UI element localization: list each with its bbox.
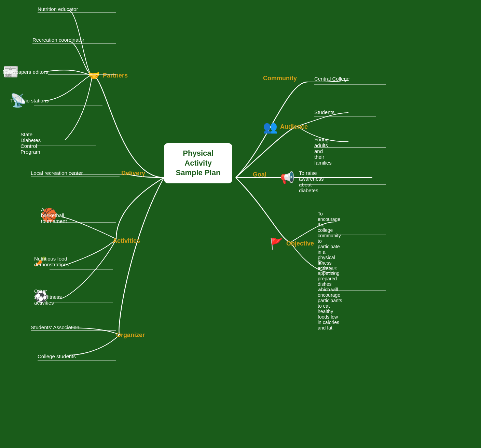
objective-node: 🚩 Objective [270,237,314,250]
state-diabetes-label: State Diabetes Control Program [20,131,41,155]
tv-radio-label: TV/radio stations [10,98,49,103]
recreation-coordinator-label: Recreation coordinator [32,37,84,43]
audience-node: 👥 Audience [263,120,308,134]
delivery-node: Delivery [121,169,145,177]
newspapers-label: Newspapers editors [3,69,48,75]
center-node: Physical Activity Sample Plan [164,143,232,183]
local-rec-label: Local recreation center [31,170,83,176]
activities-label: Activities [113,237,140,244]
goal-icon-wrap: 📢 [280,171,294,184]
goal-text: To raise awareness about diabetes [299,170,324,193]
goal-label: Goal [253,171,266,178]
organizer-node: Organizer [116,331,145,339]
students-assoc-label: Students' Association [31,324,79,330]
objective-label: Objective [286,240,314,248]
organizer-label: Organizer [116,332,145,338]
objective2-label: To introduce appetizing prepared dishes … [318,260,342,331]
activities-node: Activities [113,237,140,245]
central-college-label: Central College [314,76,349,82]
partners-node: 🤝 Partners [88,70,128,81]
newspapers-node: 📰 Newspapers editors [3,64,19,79]
nutritious-label: Nutritious food demonstrations [34,256,69,267]
center-label: Physical Activity Sample Plan [176,149,221,177]
audience-label: Audience [280,123,308,131]
partners-label: Partners [103,72,128,80]
college-students-label: College students [38,353,76,359]
basketball-label: A basketball tournament [41,207,67,224]
nutrition-educator-label: Nutrition educator [38,6,78,12]
handshake-icon: 🤝 [88,70,100,81]
megaphone-icon: 📢 [280,171,294,184]
community-node: Community [263,74,297,82]
audience-icon: 👥 [263,120,277,134]
nutritious-node: 🥕 Nutritious food demonstrations [34,255,47,267]
tv-radio-node: 📡 TV/radio stations [10,93,26,108]
goal-node: Goal [253,171,266,179]
community-label: Community [263,75,297,82]
other-sport-node: ⚽ Other sport/fitness activities [34,290,48,303]
flag-icon: 🚩 [270,237,284,250]
delivery-label: Delivery [121,170,145,177]
young-adults-label: Young adults and their families [314,137,332,166]
basketball-node: 🏀 A basketball tournament [41,208,57,223]
other-sport-label: Other sport/fitness activities [34,288,62,306]
students-label: Students [314,109,334,115]
